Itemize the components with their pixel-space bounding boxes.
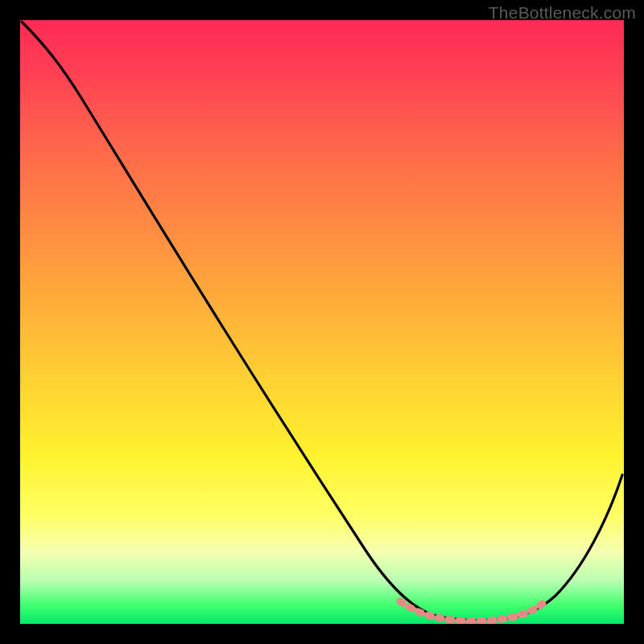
chart-gradient-background <box>20 20 624 624</box>
watermark-text: TheBottleneck.com <box>489 3 636 23</box>
chart-frame <box>20 20 624 624</box>
